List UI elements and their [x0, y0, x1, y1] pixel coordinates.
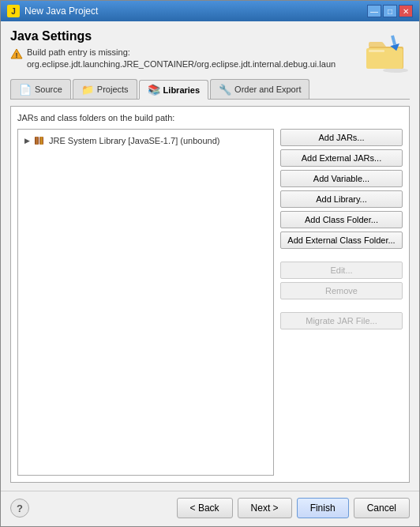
- tab-source-label: Source: [35, 85, 62, 94]
- svg-rect-5: [369, 50, 384, 52]
- footer: ? < Back Next > Finish Cancel: [1, 491, 419, 526]
- folder-svg-icon: [362, 29, 410, 73]
- edit-button[interactable]: Edit...: [280, 262, 403, 279]
- libraries-tab-icon: 📚: [148, 84, 160, 96]
- title-bar-controls: — □ ✕: [367, 5, 413, 17]
- minimize-button[interactable]: —: [367, 5, 381, 17]
- add-external-class-folder-button[interactable]: Add External Class Folder...: [280, 232, 403, 249]
- svg-rect-10: [36, 137, 38, 145]
- tab-order-export-label: Order and Export: [234, 85, 301, 94]
- finish-button[interactable]: Finish: [297, 498, 349, 518]
- projects-tab-icon: 📁: [81, 84, 94, 96]
- warning-icon: !: [10, 47, 23, 60]
- header-left: Java Settings ! Build path entry is miss…: [10, 29, 336, 71]
- tab-order-export[interactable]: 🔧 Order and Export: [210, 79, 309, 99]
- window-icon: J: [7, 5, 20, 17]
- migrate-jar-button[interactable]: Migrate JAR File...: [280, 312, 403, 329]
- tab-projects-label: Projects: [97, 85, 129, 94]
- back-button[interactable]: < Back: [177, 498, 233, 518]
- help-button[interactable]: ?: [10, 499, 29, 518]
- warning-row: ! Build path entry is missing:org.eclips…: [10, 47, 336, 71]
- add-class-folder-button[interactable]: Add Class Folder...: [280, 211, 403, 228]
- order-export-tab-icon: 🔧: [219, 84, 231, 96]
- title-bar-left: J New Java Project: [7, 5, 98, 17]
- footer-right: < Back Next > Finish Cancel: [177, 498, 410, 518]
- header-folder-image: [362, 29, 410, 73]
- footer-left: ?: [10, 499, 29, 518]
- main-window: J New Java Project — □ ✕ Java Settings !…: [0, 0, 420, 527]
- panel-label: JARs and class folders on the build path…: [17, 113, 403, 122]
- jre-library-label: JRE System Library [JavaSE-1.7] (unbound…: [49, 136, 219, 145]
- button-separator-2: [280, 303, 403, 309]
- button-separator: [280, 252, 403, 258]
- next-button[interactable]: Next >: [238, 498, 292, 518]
- svg-rect-6: [391, 35, 396, 45]
- panel-body: ▶ JRE System Library [JavaSE-1.7] (unbou…: [17, 129, 403, 476]
- tree-panel[interactable]: ▶ JRE System Library [JavaSE-1.7] (unbou…: [17, 129, 274, 476]
- close-button[interactable]: ✕: [399, 5, 413, 17]
- content-area: Java Settings ! Build path entry is miss…: [1, 21, 419, 491]
- svg-text:!: !: [16, 51, 18, 59]
- remove-button[interactable]: Remove: [280, 282, 403, 299]
- main-panel: JARs and class folders on the build path…: [10, 106, 410, 483]
- maximize-button[interactable]: □: [383, 5, 397, 17]
- tab-libraries-label: Libraries: [163, 85, 200, 95]
- svg-rect-11: [40, 137, 43, 145]
- add-external-jars-button[interactable]: Add External JARs...: [280, 149, 403, 167]
- add-library-button[interactable]: Add Library...: [280, 190, 403, 208]
- jre-library-icon: [33, 134, 46, 147]
- title-bar: J New Java Project — □ ✕: [1, 1, 419, 21]
- tab-libraries[interactable]: 📚 Libraries: [139, 80, 208, 100]
- add-variable-button[interactable]: Add Variable...: [280, 170, 403, 187]
- window-title: New Java Project: [24, 6, 98, 17]
- cancel-button[interactable]: Cancel: [354, 498, 410, 518]
- page-title: Java Settings: [10, 29, 336, 43]
- tree-item: ▶ JRE System Library [JavaSE-1.7] (unbou…: [21, 133, 270, 149]
- tab-projects[interactable]: 📁 Projects: [73, 79, 137, 99]
- buttons-panel: Add JARs... Add External JARs... Add Var…: [280, 129, 403, 476]
- tree-arrow-icon[interactable]: ▶: [24, 137, 30, 145]
- source-tab-icon: 📄: [19, 84, 32, 96]
- header-section: Java Settings ! Build path entry is miss…: [10, 29, 410, 73]
- add-jars-button[interactable]: Add JARs...: [280, 129, 403, 146]
- tab-source[interactable]: 📄 Source: [10, 79, 71, 99]
- warning-message: Build path entry is missing:org.eclipse.…: [27, 47, 336, 71]
- tabs-bar: 📄 Source 📁 Projects 📚 Libraries 🔧 Order …: [10, 79, 410, 100]
